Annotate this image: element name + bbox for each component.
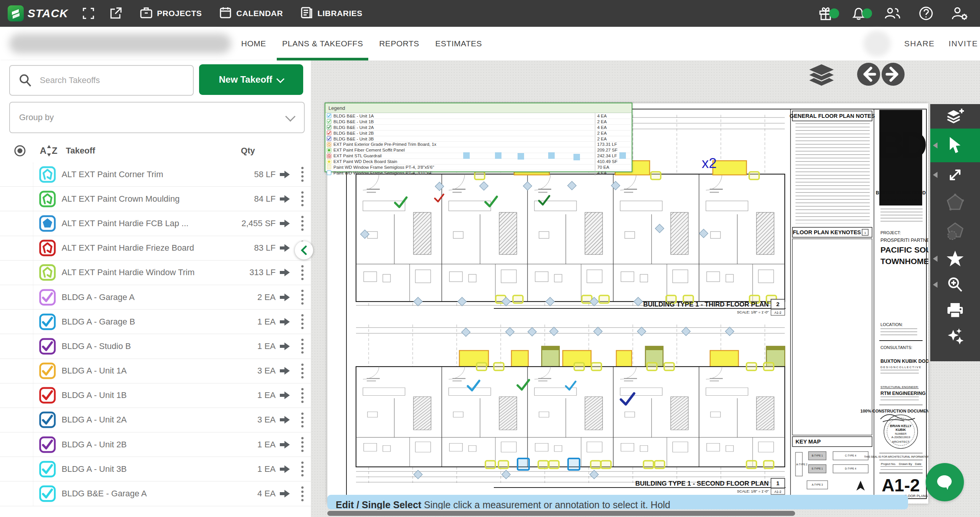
nav-libraries[interactable]: LIBRARIES — [300, 6, 363, 21]
tab-plans-takeoffs[interactable]: PLANS & TAKEOFFS — [277, 27, 368, 60]
takeoff-row[interactable]: BLDG A - Unit 3B1 EA — [0, 457, 311, 481]
row-menu-icon[interactable] — [294, 216, 311, 231]
row-menu-icon[interactable] — [294, 339, 311, 354]
takeoff-type-icon[interactable] — [39, 338, 56, 355]
tool-zoom[interactable] — [930, 272, 980, 298]
tab-home[interactable]: HOME — [236, 27, 271, 60]
visibility-eye-icon[interactable] — [13, 144, 27, 158]
tool-linear-measure[interactable] — [930, 162, 980, 188]
chat-button[interactable] — [926, 463, 964, 501]
takeoff-type-icon[interactable] — [39, 190, 56, 208]
measurement-handle[interactable] — [495, 152, 501, 159]
takeoff-row[interactable]: ALT EXT Paint Corner Trim58 LF — [0, 162, 311, 187]
row-menu-icon[interactable] — [294, 265, 311, 280]
layers-button[interactable] — [802, 64, 841, 90]
takeoff-row[interactable]: ALT EXT Paint Crown Moulding84 LF — [0, 187, 311, 211]
goto-arrow-icon[interactable] — [276, 464, 294, 474]
column-takeoff[interactable]: Takeoff — [66, 146, 213, 156]
takeoff-type-icon[interactable] — [39, 239, 56, 257]
share-button[interactable]: SHARE — [904, 27, 935, 60]
takeoff-type-icon[interactable] — [39, 362, 56, 380]
takeoff-row[interactable]: BLDG A - Garage A2 EA — [0, 285, 311, 310]
takeoff-type-icon[interactable] — [39, 215, 56, 232]
row-menu-icon[interactable] — [294, 290, 311, 305]
goto-arrow-icon[interactable] — [276, 219, 294, 228]
fullscreen-icon[interactable] — [82, 7, 95, 20]
row-menu-icon[interactable] — [294, 437, 311, 452]
goto-arrow-icon[interactable] — [276, 170, 294, 179]
goto-arrow-icon[interactable] — [276, 366, 294, 376]
row-menu-icon[interactable] — [294, 191, 311, 206]
open-new-tab-icon[interactable] — [109, 7, 122, 20]
row-menu-icon[interactable] — [294, 462, 311, 476]
takeoff-row[interactable]: BLDG A - Garage B1 EA — [0, 310, 311, 334]
measurement-handle[interactable] — [573, 154, 580, 160]
account-settings-icon[interactable] — [951, 5, 969, 21]
horizontal-scrollbar[interactable] — [327, 511, 795, 516]
legend-overlay[interactable]: Legend BLDG B&E - Unit 1A4 EA BLDG B&E -… — [325, 103, 632, 172]
goto-arrow-icon[interactable] — [276, 243, 294, 253]
measurement-handle[interactable] — [548, 152, 555, 159]
takeoff-type-icon[interactable] — [39, 264, 56, 281]
goto-arrow-icon[interactable] — [276, 194, 294, 204]
new-takeoff-button[interactable]: New Takeoff — [199, 64, 303, 95]
page-back-button[interactable] — [856, 62, 881, 88]
sort-az-icon[interactable]: AZ — [40, 144, 57, 157]
help-icon[interactable] — [918, 5, 934, 21]
tab-estimates[interactable]: ESTIMATES — [430, 27, 487, 60]
goto-arrow-icon[interactable] — [276, 489, 294, 499]
goto-arrow-icon[interactable] — [276, 317, 294, 327]
takeoff-row[interactable]: BLDG A - Studio B1 EA — [0, 334, 311, 359]
users-icon[interactable] — [884, 5, 901, 21]
tool-select[interactable] — [930, 129, 980, 162]
stack-logo[interactable]: STACK — [8, 5, 68, 21]
takeoff-type-icon[interactable] — [39, 436, 56, 453]
measurement-handle[interactable] — [463, 152, 470, 159]
takeoff-row[interactable]: ALT EXT Paint Hardie Window Trim313 LF — [0, 261, 311, 285]
nav-calendar[interactable]: CALENDAR — [219, 6, 283, 21]
takeoff-type-icon[interactable] — [39, 289, 56, 306]
measurement-handle[interactable] — [619, 152, 626, 159]
takeoff-row[interactable]: BLDG A - Unit 1B1 EA — [0, 383, 311, 408]
tool-add-page-takeoff[interactable] — [930, 104, 980, 129]
avatar[interactable] — [863, 31, 891, 57]
page-forward-button[interactable] — [881, 62, 905, 88]
multiplier-annotation[interactable]: x2 — [702, 155, 717, 171]
row-menu-icon[interactable] — [294, 486, 311, 501]
takeoff-row[interactable]: BLDG A - Unit 1A3 EA — [0, 359, 311, 383]
goto-arrow-icon[interactable] — [276, 415, 294, 425]
takeoff-type-icon[interactable] — [39, 485, 56, 502]
takeoff-row[interactable]: BLDG A - Unit 2A3 EA — [0, 408, 311, 432]
tool-annotate[interactable] — [930, 246, 980, 272]
takeoff-row[interactable]: ALT EXT Paint Hardie Frieze Board83 LF — [0, 236, 311, 261]
row-menu-icon[interactable] — [294, 413, 311, 427]
row-menu-icon[interactable] — [294, 364, 311, 378]
row-menu-icon[interactable] — [294, 314, 311, 329]
goto-arrow-icon[interactable] — [276, 267, 294, 277]
row-menu-icon[interactable] — [294, 388, 311, 403]
tool-auto-count[interactable] — [930, 324, 980, 349]
invite-button[interactable]: INVITE — [949, 27, 978, 60]
nav-projects[interactable]: PROJECTS — [139, 6, 202, 21]
takeoff-row[interactable]: ALT EXT Paint Hardie FCB Lap ...2,455 SF — [0, 211, 311, 236]
goto-arrow-icon[interactable] — [276, 341, 294, 351]
takeoff-type-icon[interactable] — [39, 387, 56, 404]
sidebar-collapse-button[interactable] — [295, 241, 313, 259]
goto-arrow-icon[interactable] — [276, 292, 294, 302]
search-input[interactable] — [39, 75, 178, 86]
tool-print[interactable] — [930, 298, 980, 324]
group-by-select[interactable]: Group by — [9, 102, 305, 133]
goto-arrow-icon[interactable] — [276, 440, 294, 450]
takeoff-type-icon[interactable] — [39, 460, 56, 478]
notifications-icon[interactable] — [851, 5, 867, 21]
row-menu-icon[interactable] — [294, 167, 311, 182]
takeoff-row[interactable]: BLDG B&E - Garage A4 EA — [0, 481, 311, 506]
goto-arrow-icon[interactable] — [276, 390, 294, 400]
measurement-handle[interactable] — [518, 153, 524, 160]
takeoff-type-icon[interactable] — [39, 313, 56, 331]
takeoff-type-icon[interactable] — [39, 166, 56, 183]
column-qty[interactable]: Qty — [213, 146, 255, 156]
takeoff-type-icon[interactable] — [39, 411, 56, 429]
tab-reports[interactable]: REPORTS — [374, 27, 425, 60]
gift-icon[interactable] — [818, 5, 834, 21]
